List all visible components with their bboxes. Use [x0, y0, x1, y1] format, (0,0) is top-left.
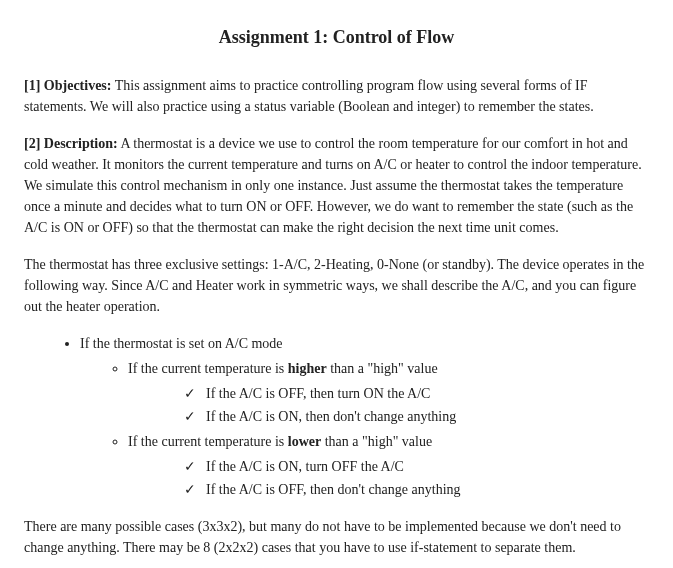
list-item: If the current temperature is higher tha… — [128, 358, 649, 427]
cases-paragraph: There are many possible cases (3x3x2), b… — [24, 516, 649, 558]
description-label: [2] Description: — [24, 136, 118, 151]
sub-bold: higher — [288, 361, 327, 376]
list-item: If the A/C is OFF, then don't change any… — [184, 479, 649, 500]
bullet-text: If the thermostat is set on A/C mode — [80, 336, 283, 351]
list-item: If the A/C is ON, turn OFF the A/C — [184, 456, 649, 477]
sub-pre: If the current temperature is — [128, 361, 288, 376]
sub-post: than a "high" value — [327, 361, 438, 376]
objectives-label: [1] Objectives: — [24, 78, 111, 93]
check-list: If the A/C is OFF, then turn ON the A/C … — [128, 383, 649, 427]
check-text: If the A/C is OFF, then turn ON the A/C — [206, 386, 430, 401]
list-item: If the thermostat is set on A/C mode If … — [80, 333, 649, 500]
sub-list: If the current temperature is higher tha… — [80, 358, 649, 500]
list-item: If the current temperature is lower than… — [128, 431, 649, 500]
settings-paragraph: The thermostat has three exclusive setti… — [24, 254, 649, 317]
sub-post: than a "high" value — [321, 434, 432, 449]
page-title: Assignment 1: Control of Flow — [24, 24, 649, 51]
check-text: If the A/C is OFF, then don't change any… — [206, 482, 461, 497]
list-item: If the A/C is OFF, then turn ON the A/C — [184, 383, 649, 404]
main-bullet-list: If the thermostat is set on A/C mode If … — [24, 333, 649, 500]
check-list: If the A/C is ON, turn OFF the A/C If th… — [128, 456, 649, 500]
sub-bold: lower — [288, 434, 321, 449]
objectives-paragraph: [1] Objectives: This assignment aims to … — [24, 75, 649, 117]
sub-pre: If the current temperature is — [128, 434, 288, 449]
check-text: If the A/C is ON, turn OFF the A/C — [206, 459, 404, 474]
list-item: If the A/C is ON, then don't change anyt… — [184, 406, 649, 427]
check-text: If the A/C is ON, then don't change anyt… — [206, 409, 456, 424]
description-paragraph: [2] Description: A thermostat is a devic… — [24, 133, 649, 238]
